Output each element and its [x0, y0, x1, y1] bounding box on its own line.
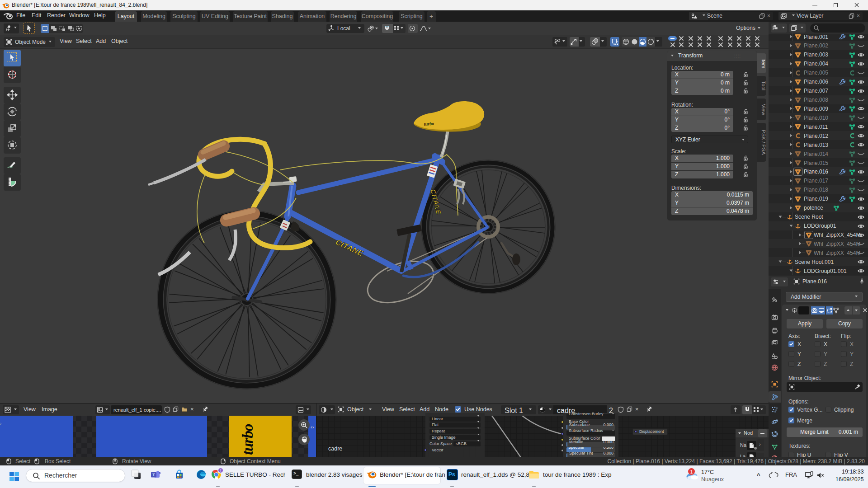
svg-text:turbo: turbo [424, 121, 434, 127]
svg-text:T: T [152, 473, 155, 477]
